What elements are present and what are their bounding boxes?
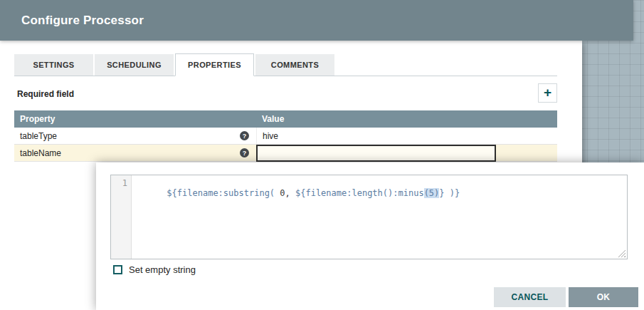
expression-editor[interactable]: 1 ${filename:substring( 0, ${filename:le… <box>110 175 628 259</box>
table-row[interactable]: tableType ? hive <box>14 128 557 145</box>
dialog-title: Configure Processor <box>21 14 144 28</box>
line-number-gutter: 1 <box>111 175 132 259</box>
empty-string-row: Set empty string <box>113 264 196 275</box>
property-name: tableName <box>20 145 61 161</box>
dialog-actions: CANCEL OK <box>494 287 638 307</box>
tab-comments[interactable]: COMMENTS <box>255 54 334 76</box>
expression-input[interactable]: ${filename:substring( 0, ${filename:leng… <box>132 175 627 259</box>
table-row[interactable]: tableName ? <box>14 145 557 162</box>
expression-segment: ${filename:length():minus <box>295 188 424 198</box>
add-property-button[interactable]: + <box>538 83 557 103</box>
empty-string-label[interactable]: Set empty string <box>129 264 196 275</box>
column-header-value: Value <box>256 110 557 128</box>
empty-string-checkbox[interactable] <box>113 265 122 274</box>
expression-segment: 0, <box>280 188 295 198</box>
property-name: tableType <box>20 128 57 144</box>
ok-button[interactable]: OK <box>569 287 638 307</box>
property-value-cell[interactable]: hive <box>256 128 557 144</box>
line-number: 1 <box>122 178 127 188</box>
column-header-property: Property <box>14 110 256 128</box>
tab-properties[interactable]: PROPERTIES <box>175 53 254 76</box>
property-name-cell: tableType ? <box>14 128 256 144</box>
value-editing-cell[interactable] <box>256 145 496 162</box>
property-name-cell: tableName ? <box>14 145 256 161</box>
expression-segment-highlighted: (5) <box>424 188 440 198</box>
properties-toolbar: Required field + <box>14 84 557 104</box>
tab-bar: SETTINGS SCHEDULING PROPERTIES COMMENTS <box>14 53 557 76</box>
help-icon[interactable]: ? <box>240 148 249 157</box>
properties-table: Property Value tableType ? hive tableNam… <box>14 110 557 162</box>
tab-scheduling[interactable]: SCHEDULING <box>95 54 174 76</box>
expression-segment: ${filename:substring( <box>167 188 280 198</box>
table-header-row: Property Value <box>14 110 557 128</box>
value-editor-popup: 1 ${filename:substring( 0, ${filename:le… <box>96 162 644 310</box>
required-field-label: Required field <box>14 84 557 104</box>
expression-segment: } )} <box>439 188 460 198</box>
dialog-header: Configure Processor <box>0 0 633 41</box>
cancel-button[interactable]: CANCEL <box>494 287 566 307</box>
resize-handle-icon[interactable] <box>618 249 625 257</box>
tab-settings[interactable]: SETTINGS <box>14 54 93 76</box>
help-icon[interactable]: ? <box>240 131 249 140</box>
